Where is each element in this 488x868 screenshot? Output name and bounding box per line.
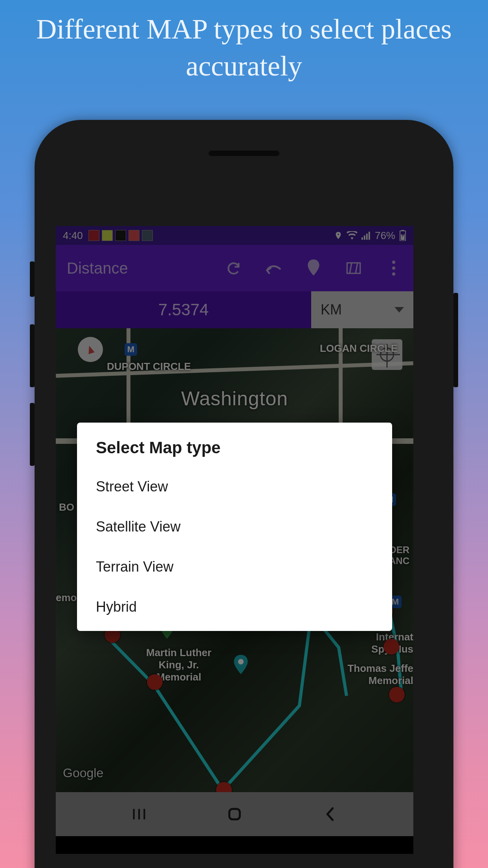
battery-percentage: 76% (375, 230, 395, 242)
distance-unit-dropdown[interactable]: KM (311, 291, 413, 328)
app-bar: Distance (56, 245, 413, 291)
compass-button[interactable] (78, 337, 103, 362)
poi-pin-icon (233, 655, 249, 676)
svg-rect-7 (347, 263, 360, 274)
metro-icon: M (125, 343, 137, 356)
app-title: Distance (67, 259, 128, 277)
map-type-option-street[interactable]: Street View (77, 467, 392, 507)
wifi-icon (347, 231, 358, 240)
route-marker[interactable] (389, 687, 405, 702)
svg-point-8 (392, 261, 395, 264)
phone-screen: 4:40 76% (56, 226, 413, 854)
location-icon (334, 230, 343, 241)
route-marker[interactable] (147, 674, 163, 690)
svg-rect-0 (361, 237, 363, 240)
signal-icon (361, 231, 371, 240)
svg-point-13 (238, 659, 244, 664)
system-nav-bar (56, 792, 413, 836)
distance-unit-label: KM (321, 302, 342, 318)
undo-button[interactable] (265, 259, 282, 277)
map-type-option-hybrid[interactable]: Hybrid (77, 587, 392, 627)
overflow-menu-button[interactable] (385, 259, 402, 277)
phone-button (30, 403, 35, 466)
map-type-option-terrain[interactable]: Terrain View (77, 547, 392, 587)
distance-value: 7.5374 (56, 291, 311, 328)
svg-point-9 (392, 267, 395, 270)
battery-icon (399, 230, 406, 241)
map-type-dialog: Select Map type Street View Satellite Vi… (77, 423, 392, 631)
back-button[interactable] (318, 802, 342, 826)
map-city-label: Washington (181, 387, 288, 410)
phone-button (30, 261, 35, 297)
distance-bar: 7.5374 KM (56, 291, 413, 328)
add-location-button[interactable] (305, 259, 322, 277)
svg-rect-3 (369, 232, 370, 239)
phone-button (453, 293, 458, 387)
phone-speaker (209, 151, 279, 156)
refresh-button[interactable] (225, 259, 242, 277)
map-type-option-satellite[interactable]: Satellite View (77, 507, 392, 547)
phone-frame: 4:40 76% (35, 120, 453, 868)
promo-headline: Different MAP types to select places acc… (0, 0, 488, 85)
home-button[interactable] (223, 802, 246, 826)
svg-rect-17 (229, 809, 240, 820)
status-time: 4:40 (63, 230, 83, 242)
map-layers-button[interactable] (345, 259, 362, 277)
dialog-title: Select Map type (77, 438, 392, 467)
map-place-label: LOGAN CIRCLE (320, 342, 398, 355)
map-place-label: BO (59, 501, 74, 513)
status-notification-icons (88, 230, 153, 241)
map-place-label: Thomas JeffeMemorial (347, 662, 413, 687)
svg-rect-2 (366, 234, 368, 240)
svg-rect-1 (364, 235, 365, 240)
chevron-down-icon (394, 307, 404, 313)
phone-button (30, 324, 35, 387)
map-place-label: DUPONT CIRCLE (107, 360, 191, 373)
route-marker[interactable] (383, 639, 399, 655)
recents-button[interactable] (127, 802, 151, 826)
map-attribution: Google (63, 766, 103, 780)
status-bar: 4:40 76% (56, 226, 413, 245)
svg-point-10 (392, 272, 395, 276)
